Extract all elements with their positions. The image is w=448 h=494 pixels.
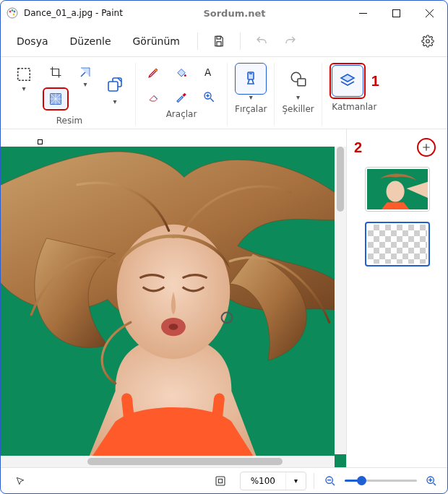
paint-app-icon	[7, 7, 18, 19]
remove-background-tool[interactable]	[45, 90, 66, 108]
svg-rect-9	[217, 36, 220, 39]
save-button[interactable]	[207, 29, 231, 53]
scrollbar-thumb[interactable]	[337, 147, 344, 212]
shapes-group: ▾ Şekiller	[275, 63, 322, 126]
color-picker-tool[interactable]	[171, 87, 192, 106]
chevron-down-icon: ▾	[249, 93, 253, 101]
brushes-group: ▾ Fırçalar	[228, 63, 275, 126]
maximize-button[interactable]	[379, 1, 413, 25]
layer-thumbnail-1[interactable]	[365, 167, 430, 212]
svg-rect-14	[108, 82, 118, 91]
zoom-select[interactable]: %100 ▾	[240, 472, 306, 490]
crop-tool[interactable]	[45, 63, 66, 82]
brushes-group-label: Fırçalar	[235, 104, 267, 114]
layers-button[interactable]	[332, 65, 363, 97]
layers-group-label: Katmanlar	[332, 102, 376, 112]
shapes-dropdown[interactable]: ▾	[283, 63, 314, 101]
text-tool[interactable]: A	[198, 63, 220, 82]
layers-panel: 2	[346, 129, 447, 467]
undo-button[interactable]	[249, 29, 274, 53]
brushes-dropdown[interactable]: ▾	[235, 63, 267, 101]
horizontal-scrollbar[interactable]	[1, 456, 335, 467]
svg-line-39	[434, 482, 436, 485]
annotation-2: 2	[354, 139, 362, 156]
cursor-position-icon	[8, 469, 33, 493]
svg-rect-10	[217, 41, 221, 46]
zoom-value: %100	[241, 476, 285, 486]
fill-tool[interactable]	[171, 63, 192, 82]
menu-file[interactable]: Dosya	[8, 31, 57, 51]
resize-tool[interactable]: ▾	[102, 70, 128, 105]
image-group-label: Resim	[56, 116, 82, 126]
rotate-tool[interactable]: ▾	[74, 63, 96, 88]
resize-handle[interactable]	[38, 139, 43, 144]
status-bar: %100 ▾	[1, 467, 447, 493]
redo-button[interactable]	[278, 29, 303, 53]
transparent-layer-icon	[368, 225, 427, 264]
layers-group: 1 Katmanlar	[322, 63, 387, 126]
svg-rect-12	[18, 69, 30, 81]
canvas-image	[1, 147, 346, 467]
svg-text:A: A	[204, 66, 212, 78]
add-layer-button[interactable]	[417, 138, 436, 157]
separator	[314, 473, 314, 489]
svg-point-32	[386, 181, 404, 202]
zoom-slider-group	[322, 469, 440, 493]
chevron-down-icon: ▾	[285, 472, 306, 490]
svg-rect-6	[392, 9, 400, 17]
svg-rect-34	[218, 479, 222, 482]
title-bar: Dance_01_a.jpg - Paint Sordum.net	[1, 1, 447, 25]
image-group: ▾ ▾ ▾	[4, 63, 136, 126]
canvas-area[interactable]	[1, 129, 346, 467]
eraser-tool[interactable]	[143, 87, 165, 106]
workspace: 2	[1, 129, 447, 467]
svg-line-18	[210, 98, 214, 102]
watermark: Sordum.net	[123, 8, 346, 19]
chevron-down-icon: ▾	[296, 93, 300, 101]
svg-point-1	[9, 11, 12, 13]
shapes-group-label: Şekiller	[282, 104, 314, 114]
menu-view[interactable]: Görünüm	[124, 31, 189, 51]
menu-bar: Dosya Düzenle Görünüm	[1, 25, 447, 57]
slider-handle[interactable]	[357, 476, 366, 485]
pencil-tool[interactable]	[143, 63, 165, 82]
separator	[240, 32, 241, 50]
vertical-scrollbar[interactable]	[335, 147, 346, 454]
layer-thumbnail-2-selected[interactable]	[365, 222, 430, 266]
close-button[interactable]	[413, 1, 446, 25]
svg-point-27	[169, 324, 178, 329]
tools-group-label: Araçlar	[166, 109, 197, 119]
menu-edit[interactable]: Düzenle	[61, 31, 120, 51]
svg-point-4	[13, 14, 15, 16]
separator	[197, 32, 198, 50]
scrollbar-thumb[interactable]	[87, 458, 283, 465]
svg-point-2	[12, 9, 14, 12]
svg-point-11	[426, 39, 430, 43]
svg-rect-33	[216, 477, 225, 485]
tools-group: A Araçlar	[136, 63, 228, 126]
magnifier-tool[interactable]	[198, 87, 220, 106]
window-title: Dance_01_a.jpg - Paint	[24, 8, 123, 18]
select-tool[interactable]: ▾	[11, 63, 37, 92]
zoom-out-button[interactable]	[322, 469, 339, 493]
ribbon: ▾ ▾ ▾	[1, 57, 447, 129]
svg-rect-23	[298, 79, 306, 86]
zoom-in-button[interactable]	[423, 469, 440, 493]
annotation-1: 1	[371, 73, 379, 90]
zoom-slider[interactable]	[345, 480, 417, 482]
svg-point-3	[14, 11, 16, 13]
svg-line-36	[332, 482, 335, 485]
settings-button[interactable]	[415, 29, 440, 53]
svg-point-15	[184, 74, 186, 77]
minimize-button[interactable]	[346, 1, 379, 25]
fit-to-window-button[interactable]	[208, 469, 233, 493]
